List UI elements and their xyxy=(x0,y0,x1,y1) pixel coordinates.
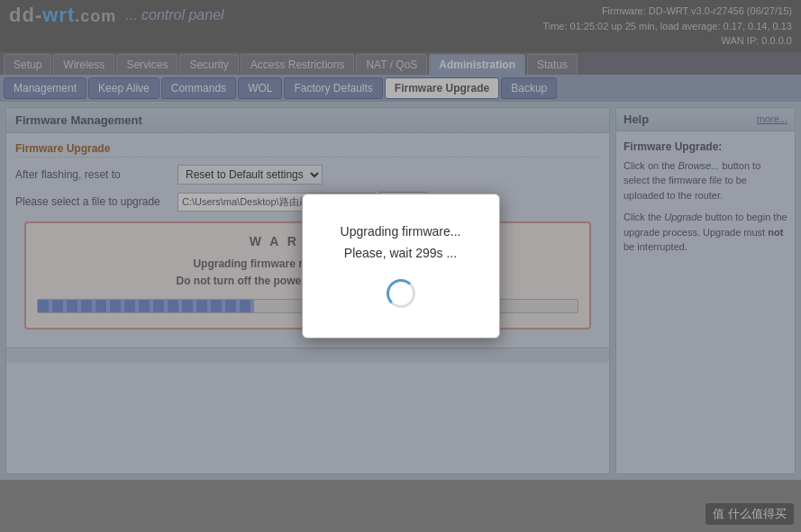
spinner-icon xyxy=(387,279,415,308)
overlay: Upgrading firmware... Please, wait 299s … xyxy=(0,0,801,532)
modal-line2: Please, wait 299s ... xyxy=(344,246,457,260)
modal-text: Upgrading firmware... Please, wait 299s … xyxy=(339,221,463,265)
modal-line1: Upgrading firmware... xyxy=(341,224,461,239)
modal: Upgrading firmware... Please, wait 299s … xyxy=(302,194,500,338)
